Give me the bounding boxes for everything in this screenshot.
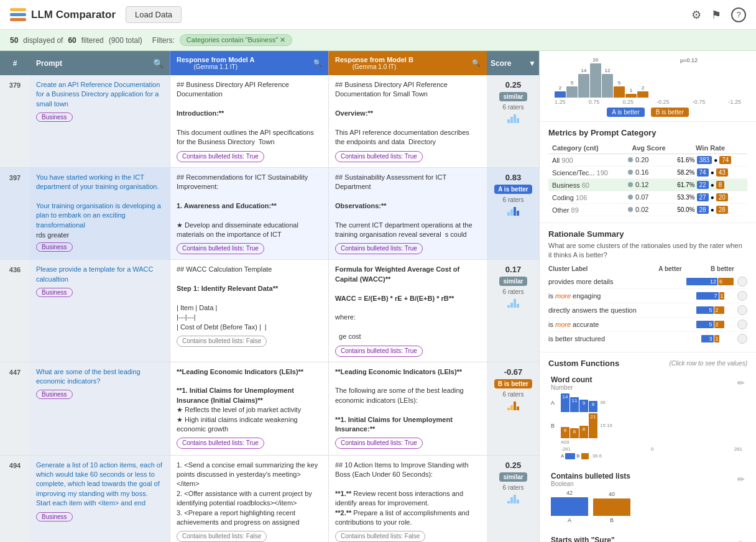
row-response-a: ## Business Directory API Reference Docu… bbox=[170, 75, 328, 167]
metrics-row[interactable]: Coding 106 0.07 53.3% 27 ● 20 bbox=[548, 191, 747, 204]
prompt-link[interactable]: You have started working in the ICT depa… bbox=[36, 173, 161, 229]
col-model-a-header[interactable]: Response from Model A (Gemma 1.1 IT) 🔍 bbox=[170, 51, 328, 75]
metrics-table: Category (cnt) Avg Score Win Rate All 90… bbox=[548, 142, 747, 216]
score-badge-similar: similar bbox=[499, 277, 527, 286]
table-row: 494 Generate a list of 10 action items, … bbox=[0, 456, 539, 542]
metrics-row[interactable]: Science/Tec... 190 0.16 58.2% 74 ● 43 bbox=[548, 167, 747, 179]
rationale-title: Rationale Summary bbox=[548, 229, 747, 239]
row-prompt: Please provide a template for a WACC cal… bbox=[30, 260, 170, 361]
row-score: 0.25 similar 6 raters bbox=[487, 75, 540, 167]
bulleted-lists-function[interactable]: Contains bulleted lists Boolean ✏ 42 A 4… bbox=[548, 469, 747, 526]
col-prompt-header[interactable]: Prompt 🔍 bbox=[30, 51, 170, 75]
rationale-row[interactable]: directly answers the question 5 2 bbox=[548, 303, 747, 318]
col-winrate-header: Win Rate bbox=[673, 142, 747, 154]
row-num: 379 bbox=[0, 75, 30, 167]
row-prompt: You have started working in the ICT depa… bbox=[30, 168, 170, 260]
right-panel: μ=0.12 2 5 14 bbox=[540, 51, 756, 542]
metrics-row[interactable]: All 900 0.20 61.6% 383 ● 74 bbox=[548, 154, 747, 167]
gear-icon[interactable]: ⚙ bbox=[691, 8, 701, 22]
raters-count: 6 raters bbox=[503, 391, 524, 398]
metrics-row-business[interactable]: Business 60 0.12 61.7% 22 ● 8 bbox=[548, 179, 747, 191]
col-num-header: # bbox=[0, 51, 30, 75]
col-avgscore-header: Avg Score bbox=[624, 142, 673, 154]
prompt-link[interactable]: Create an API Reference Documentation fo… bbox=[36, 81, 160, 108]
legend-b: B is better bbox=[651, 108, 689, 117]
row-response-b: ## 10 Action Items to Improve Standing w… bbox=[328, 456, 487, 542]
logo: LLM Comparator bbox=[10, 8, 116, 21]
edit-icon[interactable]: ✏ bbox=[737, 378, 745, 388]
row-response-b: Formula for Weighted Average Cost of Cap… bbox=[328, 260, 487, 361]
metrics-section: Metrics by Prompt Category Category (cnt… bbox=[540, 122, 756, 223]
prompt-link[interactable]: Generate a list of 10 action items, each… bbox=[36, 461, 162, 507]
displayed-count: 50 bbox=[10, 36, 18, 45]
col-score-header[interactable]: Score ▼ bbox=[487, 51, 540, 75]
func-type-bulleted: Boolean bbox=[551, 480, 630, 487]
row-response-a: 1. <Send a concise email summarizing the… bbox=[170, 456, 328, 542]
col-category-header: Category (cnt) bbox=[548, 142, 624, 154]
category-tag: Business bbox=[36, 288, 73, 297]
filtered-count: 60 bbox=[68, 36, 76, 45]
score-badge-similar: similar bbox=[499, 92, 527, 101]
row-num: 436 bbox=[0, 260, 30, 361]
category-tag: Business bbox=[36, 512, 73, 521]
row-response-a: ## WACC Calculation TemplateStep 1: Iden… bbox=[170, 260, 328, 361]
prompt-search-icon[interactable]: 🔍 bbox=[153, 58, 164, 68]
rationale-section: Rationale Summary What are some clusters… bbox=[540, 223, 756, 352]
edit-icon-sure[interactable]: ✏ bbox=[737, 538, 745, 542]
rationale-row[interactable]: is more engaging 7 1 bbox=[548, 289, 747, 303]
filter-tag[interactable]: Categories contain "Business" ✕ bbox=[180, 34, 292, 46]
func-type-word-count: Number bbox=[551, 384, 592, 391]
model-a-search-icon[interactable]: 🔍 bbox=[313, 59, 322, 67]
table-row: 436 Please provide a template for a WACC… bbox=[0, 260, 539, 362]
help-icon[interactable]: ? bbox=[731, 7, 746, 22]
prompt-link[interactable]: Please provide a template for a WACC cal… bbox=[36, 265, 154, 282]
row-num: 397 bbox=[0, 168, 30, 260]
score-badge-similar: similar bbox=[499, 472, 527, 482]
table-panel: # Prompt 🔍 Response from Model A (Gemma … bbox=[0, 51, 540, 542]
custom-functions-title: Custom Functions bbox=[548, 359, 619, 368]
raters-count: 6 raters bbox=[503, 196, 524, 203]
starts-with-sure-function[interactable]: Starts with "Sure" Boolean ✏ 0 A 5 B bbox=[548, 533, 747, 542]
custom-functions-hint: (Click row to see the values) bbox=[669, 360, 747, 367]
filters-label: Filters: bbox=[152, 36, 175, 45]
func-name-sure: Starts with "Sure" bbox=[551, 536, 615, 542]
row-prompt: Create an API Reference Documentation fo… bbox=[30, 75, 170, 167]
score-value: -0.67 bbox=[504, 367, 523, 377]
row-response-b: ## Sustainability Assessment for ICT Dep… bbox=[328, 168, 487, 260]
table-header: # Prompt 🔍 Response from Model A (Gemma … bbox=[0, 51, 539, 75]
metrics-row[interactable]: Other 89 0.02 50.0% 28 ● 28 bbox=[548, 204, 747, 216]
load-data-button[interactable]: Load Data bbox=[126, 6, 182, 23]
table-row: 447 What are some of the best leading ec… bbox=[0, 362, 539, 456]
col-model-b-header[interactable]: Response from Model B (Gemma 1.0 IT) 🔍 bbox=[328, 51, 487, 75]
rationale-row[interactable]: is more accurate 5 2 bbox=[548, 318, 747, 332]
filter-text1: displayed of bbox=[23, 36, 63, 45]
raters-count: 6 raters bbox=[503, 288, 524, 295]
score-value: 0.17 bbox=[505, 265, 521, 274]
flag-icon[interactable]: ⚑ bbox=[711, 8, 721, 22]
rationale-row[interactable]: is better structured 3 1 bbox=[548, 332, 747, 346]
filter-bar: 50 displayed of 60 filtered (900 total) … bbox=[0, 30, 756, 51]
word-count-function[interactable]: Word count Number ✏ A 14 11 9 8 bbox=[548, 373, 747, 462]
category-tag: Business bbox=[36, 242, 73, 252]
category-tag: Business bbox=[36, 390, 73, 399]
table-row: 397 You have started working in the ICT … bbox=[0, 168, 539, 260]
row-num: 494 bbox=[0, 456, 30, 542]
category-tag: Business bbox=[36, 113, 73, 122]
edit-icon-bulleted[interactable]: ✏ bbox=[737, 474, 745, 484]
row-response-a: **Leading Economic Indicators (LEIs)****… bbox=[170, 362, 328, 455]
table-row: 379 Create an API Reference Documentatio… bbox=[0, 75, 539, 168]
prompt-link[interactable]: What are some of the best leading econom… bbox=[36, 368, 141, 385]
rationale-row[interactable]: provides more details 12 6 bbox=[548, 275, 747, 289]
score-value: 0.25 bbox=[505, 461, 521, 470]
total-count: (900 total) bbox=[109, 36, 142, 45]
row-score: -0.67 B is better 6 raters bbox=[487, 362, 540, 455]
header-icons: ⚙ ⚑ ? bbox=[691, 7, 746, 22]
score-sort-icon[interactable]: ▼ bbox=[528, 59, 536, 68]
row-prompt: Generate a list of 10 action items, each… bbox=[30, 456, 170, 542]
raters-count: 6 raters bbox=[503, 104, 524, 111]
score-badge-a-better: A is better bbox=[494, 185, 532, 194]
logo-icon bbox=[10, 8, 26, 21]
main-layout: # Prompt 🔍 Response from Model A (Gemma … bbox=[0, 51, 756, 542]
model-b-search-icon[interactable]: 🔍 bbox=[472, 59, 481, 67]
row-response-b: **Leading Economic Indicators (LEIs)**Th… bbox=[328, 362, 487, 455]
